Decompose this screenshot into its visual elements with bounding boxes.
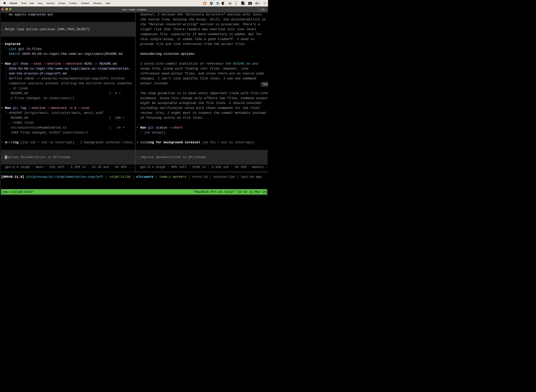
svg-text:..61: ..61 xyxy=(242,3,244,5)
svg-text:1: 1 xyxy=(265,9,266,11)
svg-text:A: A xyxy=(249,2,251,5)
